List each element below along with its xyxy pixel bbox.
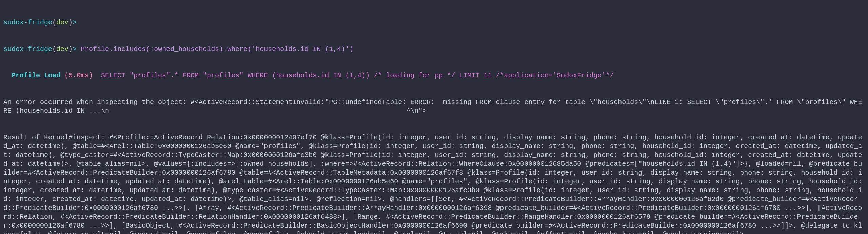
prompt-env: dev: [56, 19, 68, 26]
error-message: An error occurred when inspecting the ob…: [3, 98, 865, 115]
inspect-dump: Result of Kernel#inspect: #<Profile::Act…: [3, 133, 865, 234]
terminal-output[interactable]: sudox-fridge(dev)> sudox-fridge(dev)> Pr…: [0, 0, 868, 234]
sql-query: SELECT "profiles".* FROM "profiles" WHER…: [93, 72, 614, 79]
sql-load-line: Profile Load (5.0ms) SELECT "profiles".*…: [3, 71, 865, 80]
load-time: (5.0ms): [64, 72, 93, 79]
profile-load-label: Profile Load: [3, 72, 64, 79]
prompt-host: sudox-fridge: [3, 19, 52, 26]
ruby-command: Profile.includes(:owned_households).wher…: [81, 45, 353, 53]
prompt-env: dev: [56, 45, 68, 53]
prompt-symbol: >: [73, 19, 77, 26]
prompt-symbol: >: [73, 45, 77, 53]
prompt-line-1: sudox-fridge(dev)>: [3, 18, 865, 27]
prompt-line-2: sudox-fridge(dev)> Profile.includes(:own…: [3, 45, 865, 54]
prompt-host: sudox-fridge: [3, 45, 52, 53]
